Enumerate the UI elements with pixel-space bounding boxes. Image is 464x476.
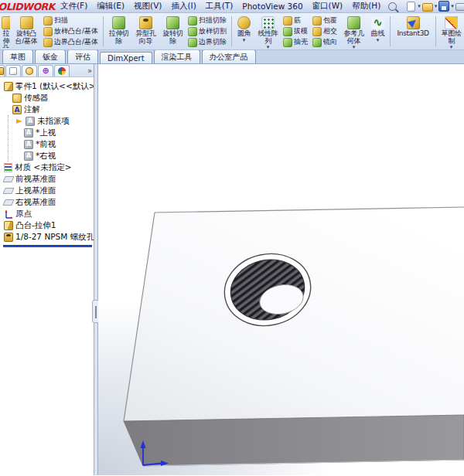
plane-icon: [2, 176, 14, 182]
extrude-cut-button[interactable]: 拉伸切除: [105, 14, 132, 49]
tree-item-tapped-hole[interactable]: 1/8-27 NPSM 螺纹孔2: [2, 231, 94, 243]
menu-view[interactable]: 视图(V): [129, 0, 166, 12]
reference-geometry-button[interactable]: 参考几何体 ▾: [340, 14, 367, 49]
fillet-dropdown-icon[interactable]: ▾: [242, 38, 247, 44]
tree-item-origin[interactable]: 原点: [2, 208, 94, 219]
fillet-button[interactable]: 圆角 ▾: [234, 14, 254, 49]
instant3d-icon: [407, 16, 420, 29]
plane-icon: [2, 188, 14, 194]
sweep-button[interactable]: 扫描: [43, 15, 101, 26]
tab-configurationmanager[interactable]: [22, 65, 37, 76]
menu-photoview360[interactable]: PhotoView 360: [237, 1, 307, 12]
menu-edit[interactable]: 编辑(E): [92, 0, 129, 12]
wrap-intersect-mirror-stack: 包覆 相交 镜向: [311, 14, 340, 49]
tab-featuremanager[interactable]: [0, 65, 5, 76]
tab-office-products[interactable]: 办公室产品: [202, 50, 256, 63]
tree-item-right-plane[interactable]: 右视基准面: [2, 196, 94, 208]
tree-item-top-plane[interactable]: 上视基准面: [2, 185, 94, 196]
shell-button[interactable]: 抽壳: [282, 37, 310, 47]
wrap-button[interactable]: 包覆: [312, 15, 339, 26]
new-document-button[interactable]: [407, 2, 415, 12]
revolve-boss-button[interactable]: 旋转凸台/基体: [11, 14, 42, 49]
extrude-boss-button[interactable]: 拉伸凸台/基体: [0, 14, 11, 49]
save-dropdown-icon[interactable]: ▾: [450, 3, 455, 9]
menu-file[interactable]: 文件(F): [56, 0, 92, 12]
graphics-viewport[interactable]: [98, 64, 464, 475]
menu-bar: SOLIDWORKS 文件(F) 编辑(E) 视图(V) 插入(I) 工具(T)…: [0, 0, 464, 13]
tab-render-tools[interactable]: 渲染工具: [154, 50, 200, 63]
boundary-boss-icon: [43, 38, 53, 47]
manager-tabs-more-icon[interactable]: »: [87, 66, 92, 75]
tree-item-right-view[interactable]: A *右视: [9, 150, 94, 162]
menu-window[interactable]: 窗口(W): [308, 0, 348, 12]
curves-dropdown-icon[interactable]: ▾: [376, 38, 380, 44]
print-button[interactable]: [455, 3, 464, 11]
tree-item-top-view[interactable]: A *上视: [9, 127, 94, 138]
extrude-cut-icon: [112, 16, 125, 29]
boundary-cut-button[interactable]: 边界切除: [187, 37, 229, 47]
revolve-boss-icon: [20, 16, 33, 29]
tree-item-annotations[interactable]: A 注解: [2, 104, 94, 115]
menu-tools[interactable]: 工具(T): [201, 0, 238, 12]
mirror-icon: [312, 38, 322, 47]
tree-item-boss-extrude1[interactable]: 凸台-拉伸1: [2, 219, 94, 231]
boundary-cut-icon: [188, 38, 197, 47]
tree-item-material[interactable]: 材质 <未指定>: [2, 162, 94, 173]
feature-tree: 零件1 (默认<<默认>_显示状态 传感器 A 注解 A 未指派项 A *上视: [0, 77, 94, 475]
extrude-boss-icon: [2, 16, 11, 29]
linear-pattern-button[interactable]: 线性阵列 ▾: [254, 14, 281, 49]
draft-button[interactable]: 拔模: [282, 26, 310, 36]
wrap-icon: [312, 16, 322, 26]
annotations-children: A 未指派项 A *上视 A *前视 A *右视: [8, 115, 94, 162]
open-dropdown-icon[interactable]: ▾: [434, 3, 438, 9]
loft-boss-button[interactable]: 放样凸台/基体: [43, 26, 101, 36]
tab-sketch[interactable]: 草图: [2, 50, 33, 63]
tab-evaluate[interactable]: 评估: [67, 50, 98, 63]
feature-manager-panel: ⊕ » 零件1 (默认<<默认>_显示状态 传感器 A 注解: [0, 64, 94, 475]
ribbon-separator: [103, 16, 104, 46]
rollback-bar[interactable]: [3, 245, 92, 247]
hole-wizard-icon: [139, 16, 152, 29]
sketch-button[interactable]: 草图绘制 ▾: [438, 14, 464, 49]
search-icon[interactable]: [388, 2, 397, 11]
tree-item-part-root[interactable]: 零件1 (默认<<默认>_显示状态: [2, 80, 94, 92]
instant3d-button[interactable]: Instant3D: [392, 14, 434, 49]
new-dropdown-icon[interactable]: ▾: [417, 3, 421, 9]
tab-displaymanager[interactable]: [54, 65, 70, 76]
plane-icon: [2, 199, 14, 206]
tree-item-sensors[interactable]: 传感器: [2, 92, 94, 104]
curves-button[interactable]: ∿ 曲线 ▾: [367, 14, 388, 49]
tree-item-unassigned[interactable]: A 未指派项: [9, 115, 94, 127]
boundary-boss-button[interactable]: 边界凸台/基体: [43, 37, 101, 47]
fillet-icon: [237, 16, 251, 29]
command-manager-tabs: 草图 钣金 评估 DimXpert 渲染工具 办公室产品: [0, 50, 464, 64]
tab-dimxpertmanager[interactable]: ⊕: [38, 65, 53, 76]
annotations-icon: A: [12, 105, 22, 114]
tapped-hole-icon: [4, 233, 13, 242]
model-canvas[interactable]: [98, 64, 464, 475]
hole-wizard-button[interactable]: 异型孔向导: [132, 14, 159, 49]
tab-sheet-metal[interactable]: 钣金: [35, 50, 66, 63]
sweep-icon: [43, 16, 53, 26]
tree-item-front-plane[interactable]: 前视基准面: [2, 173, 94, 185]
tab-dimxpert[interactable]: DimXpert: [100, 52, 152, 63]
rib-button[interactable]: 筋: [282, 15, 310, 26]
annotation-view-icon: A: [26, 117, 35, 126]
intersect-button[interactable]: 相交: [312, 26, 339, 36]
tree-item-front-view[interactable]: A *前视: [9, 138, 94, 150]
solidworks-logo: SOLIDWORKS: [0, 1, 56, 12]
revolve-cut-button[interactable]: 旋转切除: [159, 14, 186, 49]
menu-insert[interactable]: 插入(I): [166, 0, 200, 12]
save-button[interactable]: [438, 1, 449, 12]
menu-help[interactable]: 帮助(H): [347, 0, 385, 12]
open-button[interactable]: [422, 3, 433, 12]
mirror-button[interactable]: 镜向: [312, 37, 339, 47]
main-area: ⊕ » 零件1 (默认<<默认>_显示状态 传感器 A 注解: [0, 64, 464, 475]
tab-propertymanager[interactable]: [5, 65, 21, 76]
draft-icon: [283, 27, 292, 36]
annotation-view-icon: A: [24, 151, 33, 161]
model-front-face[interactable]: [124, 415, 464, 466]
sweep-cut-button[interactable]: 扫描切除: [187, 15, 229, 26]
loft-cut-button[interactable]: 放样切割: [187, 26, 229, 36]
display-manager-icon: [58, 67, 66, 75]
